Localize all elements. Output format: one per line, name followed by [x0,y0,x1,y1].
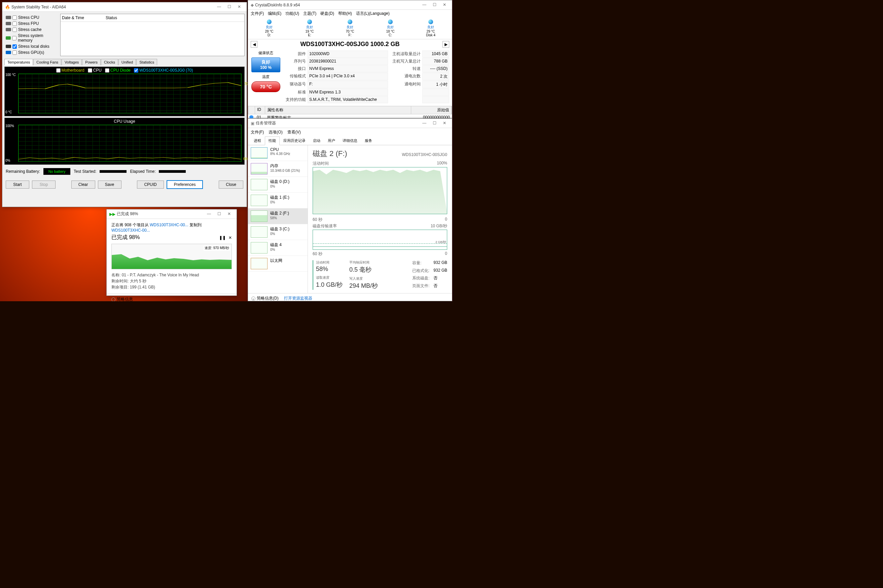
aida-titlebar[interactable]: 🔥 System Stability Test - AIDA64 — ☐ ✕ [2,2,247,12]
tm-menu-view[interactable]: 查看(V) [287,129,301,135]
menu-theme[interactable]: 主题(T) [303,11,316,16]
rw1-lbl: 写入速度 [349,276,378,281]
tab-services[interactable]: 服务 [361,136,376,145]
legend-disk: WDS100T3XHC-00SJG0 (70) [139,68,193,73]
next-disk-button[interactable]: ▶ [442,41,449,48]
cpuid-button[interactable]: CPUID [137,180,164,189]
cdi-close[interactable]: ✕ [440,2,449,8]
progress-text: 已完成 98% [111,234,140,241]
items-remaining: 199 (1.41 GB) [130,285,155,290]
elapsed-time-label: Elapsed Time: [130,169,155,174]
legend-diode-checkbox[interactable] [105,68,109,73]
cdi-minimize[interactable]: — [420,2,429,8]
cdi-titlebar[interactable]: ◆ CrystalDiskInfo 8.8.9 x64 — ☐ ✕ [248,0,452,10]
prev-disk-button[interactable]: ◀ [251,41,257,48]
menu-disk[interactable]: 硬盘(D) [320,11,334,16]
temp-label: 温度 [262,74,269,80]
menu-language[interactable]: 语言(L)(Language) [356,11,390,16]
disk-tab-0[interactable]: 良好28 °CD: [249,19,289,38]
tab-unified[interactable]: Unified [119,59,136,65]
tm-minimize[interactable]: — [420,120,429,127]
tab-details[interactable]: 详细信息 [339,136,361,145]
perf-item-4[interactable]: 磁盘 2 (F:)58% [248,208,308,224]
fc-minimize[interactable]: — [204,211,214,218]
file-copy-dialog: ▶▶ 已完成 98% — ☐ ✕ 正在将 908 个项目从 WDS100T3XH… [106,209,237,296]
health-status: 良好 [252,59,280,65]
tm-footer: ⌄简略信息(D) 打开资源监视器 [248,293,452,301]
menu-edit[interactable]: 编辑(E) [268,11,281,16]
brief-info-link[interactable]: 简略信息(D) [257,296,278,300]
open-resource-monitor-link[interactable]: 打开资源监视器 [284,296,312,301]
fc-maximize[interactable]: ☐ [214,211,224,218]
menu-help[interactable]: 帮助(H) [338,11,352,16]
disk-tab-1[interactable]: 良好19 °CE: [290,19,329,38]
test-started-label: Test Started: [74,169,96,174]
test-started-value [99,170,126,173]
fc-title: 已完成 98% [117,211,204,217]
pause-button[interactable]: ❚❚ [219,236,226,240]
health-pct: 100 % [252,65,280,70]
src-link[interactable]: WDS100T3XHC-00... [150,222,188,227]
clear-button[interactable]: Clear [71,180,95,189]
legend-cpu-checkbox[interactable] [88,68,92,73]
dst-link[interactable]: WDS100T3XHC-00... [111,228,150,232]
menu-function[interactable]: 功能(U) [285,11,299,16]
tab-clocks[interactable]: Clocks [101,59,118,65]
tab-temperatures[interactable]: Temperatures [5,59,33,65]
mini-graph [251,210,268,222]
tm-menu-file[interactable]: 文件(F) [251,129,264,135]
stop-button[interactable]: Stop [32,180,56,189]
cache-icon [6,28,11,31]
status-orb-icon [347,20,352,24]
stress-cpu-checkbox[interactable] [12,15,17,20]
start-button[interactable]: Start [6,180,29,189]
cdi-maximize[interactable]: ☐ [430,2,439,8]
disk-tab-3[interactable]: 良好18 °CC: [370,19,410,38]
preferences-button[interactable]: Preferences [167,180,203,189]
tab-performance[interactable]: 性能 [265,136,280,145]
perf-item-1[interactable]: 内存10.3/48.0 GB (21%) [248,161,308,177]
perf-item-5[interactable]: 磁盘 3 (C:)0% [248,224,308,240]
perf-item-3[interactable]: 磁盘 1 (E:)0% [248,193,308,208]
disk-tab-2[interactable]: 良好70 °CF: [330,19,370,38]
fc-footer: ⌃简略信息 [107,294,236,301]
tab-statistics[interactable]: Statistics [136,59,157,65]
tab-cooling-fans[interactable]: Cooling Fans [33,59,61,65]
attr-head-raw: 原始值 [411,106,451,114]
maximize-button[interactable]: ☐ [224,4,234,10]
tab-startup[interactable]: 启动 [309,136,324,145]
fc-close[interactable]: ✕ [224,211,234,218]
brief-info-toggle[interactable]: 简略信息 [117,297,133,301]
save-button[interactable]: Save [98,180,122,189]
perf-item-0[interactable]: CPU8% 4.38 GHz [248,145,308,161]
close-button[interactable]: ✕ [235,4,244,10]
stat0-val: 58% [316,266,343,273]
tm-menu-options[interactable]: 选项(O) [269,129,282,135]
tm-maximize[interactable]: ☐ [430,120,439,127]
fc-titlebar[interactable]: ▶▶ 已完成 98% — ☐ ✕ [107,210,236,219]
aida-close-button[interactable]: Close [219,180,243,189]
disk-tab-4[interactable]: 良好29 °CDisk 4 [411,19,451,38]
stress-cache-checkbox[interactable] [12,28,17,32]
menu-file[interactable]: 文件(F) [251,11,264,16]
stress-mem-checkbox[interactable] [12,36,17,40]
perf-item-7[interactable]: 以太网 [248,256,308,272]
tab-voltages[interactable]: Voltages [62,59,82,65]
minimize-button[interactable]: — [214,4,224,10]
stress-fpu-checkbox[interactable] [12,21,17,26]
perf-item-2[interactable]: 磁盘 0 (D:)0% [248,177,308,193]
tm-titlebar[interactable]: ▣ 任务管理器 — ☐ ✕ [248,118,452,128]
perf-item-6[interactable]: 磁盘 40% [248,240,308,256]
tab-users[interactable]: 用户 [324,136,339,145]
tab-powers[interactable]: Powers [82,59,101,65]
cancel-button[interactable]: ✕ [229,236,232,240]
legend-disk-checkbox[interactable] [134,68,138,73]
stress-cpu-label: Stress CPU [18,15,39,20]
legend-mb-checkbox[interactable] [56,68,60,73]
tab-processes[interactable]: 进程 [250,136,265,145]
tm-close[interactable]: ✕ [440,120,449,127]
stress-disk-checkbox[interactable] [12,44,17,49]
g1-max: 100% [437,161,447,166]
stress-gpu-checkbox[interactable] [12,50,17,55]
tab-app-history[interactable]: 应用历史记录 [280,136,309,145]
